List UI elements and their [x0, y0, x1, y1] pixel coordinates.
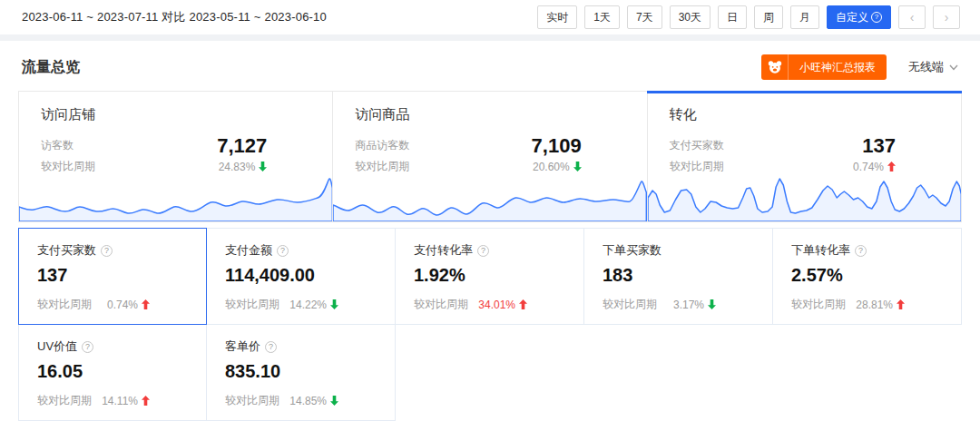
metric-title: UV价值 ?: [37, 338, 188, 355]
change-badge: 28.81%: [856, 299, 905, 311]
tab-title: 访问商品: [355, 106, 646, 123]
custom-button-label: 自定义: [836, 10, 868, 25]
compare-label: 较对比周期: [414, 297, 468, 312]
question-circle-icon: ?: [871, 12, 882, 23]
change-value: 34.01%: [478, 299, 515, 311]
metric-value: 114,409.00: [225, 265, 377, 286]
solid-arrow-up: [887, 162, 896, 171]
metric-value: 16.05: [37, 361, 188, 382]
metric-cell-order-buyers[interactable]: 下单买家数 183 较对比周期 3.17%: [584, 228, 773, 325]
question-circle-icon[interactable]: ?: [277, 245, 289, 257]
sparkline-conversion: [648, 174, 961, 221]
tab-visit-shop[interactable]: 访问店铺 访客数 7,127 较对比周期 24.83%: [19, 92, 333, 221]
tab-visit-item[interactable]: 访问商品 商品访客数 7,109 较对比周期 20.60%: [333, 92, 647, 221]
compare-row: 较对比周期 3.17%: [603, 297, 754, 312]
metric-cell-pay-conversion-rate[interactable]: 支付转化率 ? 1.92% 较对比周期 34.01%: [396, 228, 584, 325]
metric-title-label: 下单买家数: [603, 242, 662, 259]
period-button-day[interactable]: 日: [718, 5, 747, 29]
tab-title: 访问店铺: [41, 106, 332, 123]
change-badge: 3.17%: [673, 299, 716, 311]
metric-value: 1.92%: [414, 265, 565, 286]
next-period-button[interactable]: ›: [933, 5, 960, 29]
metric-title-label: 客单价: [225, 338, 260, 355]
compare-label: 较对比周期: [225, 393, 279, 408]
top-toolbar: 2023-06-11 ~ 2023-07-11 对比 2023-05-11 ~ …: [0, 0, 980, 34]
compare-label: 较对比周期: [603, 297, 657, 312]
solid-arrow-up: [142, 396, 150, 406]
compare-row: 较对比周期 14.11%: [37, 393, 188, 408]
question-circle-icon[interactable]: ?: [101, 245, 113, 257]
toolbar-divider: [0, 34, 980, 41]
metric-title-label: UV价值: [37, 338, 77, 355]
change-badge: 34.01%: [478, 299, 527, 311]
compare-label: 较对比周期: [41, 159, 217, 174]
change-badge: 14.11%: [102, 395, 150, 407]
solid-arrow-up: [142, 299, 150, 309]
solid-arrow-down: [259, 162, 267, 171]
solid-arrow-up: [519, 299, 527, 309]
period-button-week[interactable]: 周: [754, 5, 783, 29]
question-circle-icon[interactable]: ?: [265, 341, 277, 353]
metric-title: 支付转化率 ?: [414, 242, 565, 259]
metric-title-label: 支付转化率: [414, 242, 473, 259]
overview-tab-cards: 访问店铺 访客数 7,127 较对比周期 24.83% 访问商品 商品访客数 7…: [18, 91, 962, 222]
wangshen-report-button[interactable]: 小旺神汇总报表: [761, 54, 887, 80]
prev-period-button[interactable]: ‹: [898, 5, 926, 29]
question-circle-icon[interactable]: ?: [82, 341, 93, 353]
metric-value: 137: [37, 265, 188, 286]
section-header: 流量总览 小旺神汇总报表 无线端: [0, 41, 980, 91]
change-badge: 24.83%: [217, 161, 267, 173]
metric-value: 7,127: [217, 134, 267, 157]
change-value: 28.81%: [856, 299, 893, 311]
period-button-custom[interactable]: 自定义 ?: [827, 5, 891, 29]
tab-conversion[interactable]: 转化 支付买家数 137 较对比周期 0.74%: [648, 92, 961, 221]
chevron-down-icon: [949, 64, 958, 71]
question-circle-icon[interactable]: ?: [477, 245, 489, 257]
channel-selector-value: 无线端: [908, 59, 944, 75]
compare-label: 较对比周期: [670, 159, 853, 174]
compare-label: 较对比周期: [37, 297, 92, 312]
tab-metric-block: 支付买家数 137 较对比周期 0.74%: [670, 134, 961, 174]
metric-value: 7,109: [532, 134, 582, 157]
period-button-7day[interactable]: 7天: [627, 5, 662, 29]
metric-label: 支付买家数: [670, 138, 853, 153]
metric-label: 访客数: [41, 138, 217, 153]
compare-label: 较对比周期: [355, 159, 531, 174]
period-button-group: 实时 1天 7天 30天 日 周 月 自定义 ? ‹ ›: [537, 5, 960, 29]
metric-title: 客单价 ?: [225, 338, 377, 355]
change-value: 0.74%: [853, 161, 884, 173]
period-button-1day[interactable]: 1天: [584, 5, 620, 29]
period-button-month[interactable]: 月: [790, 5, 819, 29]
question-circle-icon[interactable]: ?: [855, 245, 867, 257]
metric-cell-avg-order-value[interactable]: 客单价 ? 835.10 较对比周期 14.85%: [207, 325, 396, 421]
change-value: 14.11%: [102, 395, 138, 407]
period-button-realtime[interactable]: 实时: [537, 5, 577, 29]
metric-cell-pay-amount[interactable]: 支付金额 ? 114,409.00 较对比周期 14.22%: [207, 228, 396, 325]
metric-cell-order-conversion-rate[interactable]: 下单转化率 ? 2.57% 较对比周期 28.81%: [773, 228, 962, 325]
metric-cell-pay-buyers[interactable]: 支付买家数 ? 137 较对比周期 0.74%: [18, 228, 207, 325]
compare-row: 较对比周期 28.81%: [791, 297, 943, 312]
solid-arrow-down: [708, 299, 716, 309]
metric-title-label: 支付金额: [225, 242, 272, 259]
compare-label: 较对比周期: [791, 297, 846, 312]
compare-label: 较对比周期: [225, 297, 279, 312]
compare-row: 较对比周期 14.85%: [225, 393, 377, 408]
report-button-label: 小旺神汇总报表: [789, 54, 887, 80]
change-value: 14.85%: [289, 395, 327, 407]
compare-row: 较对比周期 34.01%: [414, 297, 565, 312]
chevron-left-icon: ‹: [910, 10, 915, 24]
solid-arrow-down: [573, 162, 582, 171]
metric-value: 137: [853, 134, 896, 157]
tab-metric-block: 商品访客数 7,109 较对比周期 20.60%: [355, 134, 646, 174]
metric-value: 2.57%: [791, 265, 943, 286]
metric-cell-uv-value[interactable]: UV价值 ? 16.05 较对比周期 14.11%: [18, 325, 207, 421]
solid-arrow-down: [330, 396, 338, 406]
channel-selector[interactable]: 无线端: [908, 59, 958, 75]
compare-label: 较对比周期: [37, 393, 92, 408]
date-range-display[interactable]: 2023-06-11 ~ 2023-07-11 对比 2023-05-11 ~ …: [22, 9, 327, 25]
solid-arrow-down: [330, 299, 338, 309]
page-title: 流量总览: [22, 58, 80, 77]
period-button-30day[interactable]: 30天: [670, 5, 710, 29]
change-badge: 20.60%: [532, 161, 582, 173]
chevron-right-icon: ›: [945, 10, 949, 24]
